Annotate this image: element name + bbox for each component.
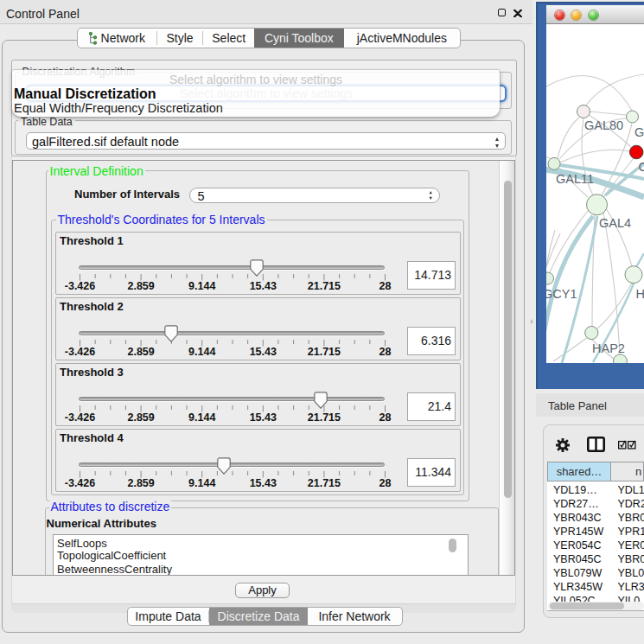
svg-text:C: C — [639, 160, 644, 174]
svg-text:GAL11: GAL11 — [556, 172, 594, 186]
svg-text:GA: GA — [634, 125, 644, 139]
svg-text:HA: HA — [636, 287, 644, 301]
svg-text:HAP2: HAP2 — [592, 341, 625, 355]
svg-text:GAL80: GAL80 — [584, 118, 623, 132]
svg-text:GAL4: GAL4 — [599, 216, 631, 230]
svg-text:GCY1: GCY1 — [546, 287, 577, 301]
